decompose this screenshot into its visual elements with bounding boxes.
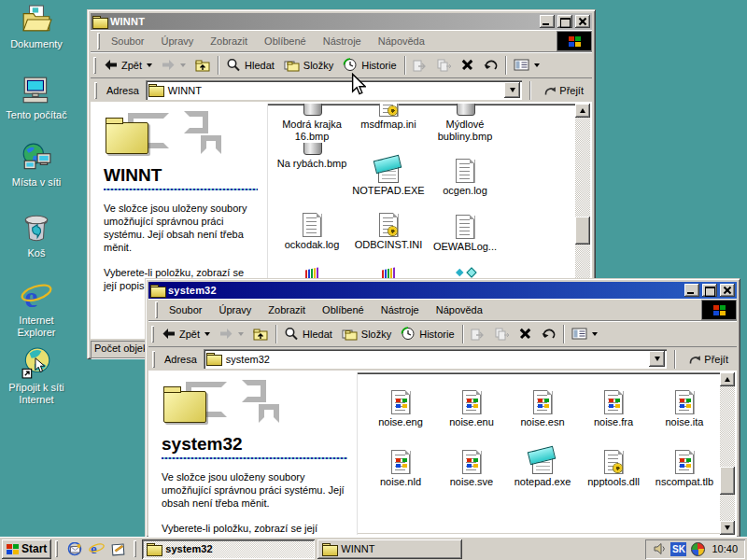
file-item[interactable]: noise.sve <box>436 443 507 488</box>
desktop-icon-my-computer[interactable]: Tento počítač <box>0 75 73 121</box>
up-button[interactable] <box>248 324 273 344</box>
history-button[interactable]: Historie <box>396 324 458 344</box>
file-item[interactable]: Mýdlové bubliny.bmp <box>427 104 503 143</box>
file-item[interactable]: noise.ita <box>649 384 720 428</box>
desktop-icon-documents[interactable]: Dokumenty <box>0 4 73 50</box>
folders-button[interactable]: Složky <box>337 324 396 344</box>
taskbar-clock[interactable]: 10:40 <box>710 543 738 554</box>
desktop-icon-connect-internet[interactable]: Připojit k síti Internet <box>0 347 73 406</box>
toolbar-grip[interactable] <box>151 326 154 343</box>
menu-napoveda[interactable]: Nápověda <box>428 302 491 317</box>
maximize-button[interactable] <box>557 15 572 28</box>
search-button[interactable]: Hledat <box>279 324 337 344</box>
undo-button[interactable] <box>478 55 502 76</box>
menu-zobrazit[interactable]: Zobrazit <box>202 34 256 49</box>
views-button[interactable] <box>509 55 544 76</box>
toolbar-grip[interactable] <box>155 301 158 318</box>
close-button[interactable] <box>575 15 590 28</box>
back-button[interactable]: Zpět <box>99 55 157 76</box>
file-item[interactable]: ODBCINST.INI <box>350 206 427 253</box>
menu-oblibene[interactable]: Oblíbené <box>256 34 315 49</box>
folders-button[interactable]: Složky <box>279 55 338 76</box>
scroll-thumb[interactable] <box>720 467 735 495</box>
desktop-icon-internet-explorer[interactable]: e Internet Explorer <box>0 280 73 339</box>
close-button[interactable] <box>720 284 735 297</box>
forward-dropdown-icon[interactable] <box>238 332 244 336</box>
menu-upravy[interactable]: Úpravy <box>210 302 260 317</box>
file-item[interactable]: msdfmap.ini <box>350 104 427 143</box>
file-item[interactable]: Modrá krajka 16.bmp <box>274 104 350 143</box>
toolbar-grip[interactable] <box>97 33 100 49</box>
back-dropdown-icon[interactable] <box>204 332 210 336</box>
views-dropdown-icon[interactable] <box>592 332 598 336</box>
menu-napoveda[interactable]: Nápověda <box>370 34 433 49</box>
desktop-icon-recycle-bin[interactable]: Koš <box>0 213 73 259</box>
file-item[interactable]: noise.esn <box>507 384 578 428</box>
file-item[interactable]: noise.eng <box>365 384 436 428</box>
menu-nastroje[interactable]: Nástroje <box>315 34 370 49</box>
volume-icon[interactable] <box>653 542 666 555</box>
copy-to-button[interactable] <box>490 324 514 344</box>
menu-oblibene[interactable]: Oblíbené <box>314 302 373 317</box>
undo-button[interactable] <box>536 324 560 344</box>
file-item[interactable]: nscompat.tlb <box>649 443 720 488</box>
views-button[interactable] <box>567 324 602 344</box>
toolbar-grip[interactable] <box>94 82 97 99</box>
taskbar-button-winnt[interactable]: WINNT <box>317 539 462 559</box>
scroll-up-button[interactable] <box>575 104 590 118</box>
file-item[interactable]: noise.fra <box>578 384 649 428</box>
file-item[interactable]: ockodak.log <box>274 206 350 253</box>
system32-scrollbar[interactable] <box>720 372 735 535</box>
minimize-button[interactable] <box>684 284 699 297</box>
scroll-down-button[interactable] <box>720 521 735 535</box>
copy-to-button[interactable] <box>432 55 457 76</box>
menu-zobrazit[interactable]: Zobrazit <box>260 302 314 317</box>
file-item[interactable]: NOTEPAD.EXE <box>350 152 427 197</box>
file-item[interactable]: noise.nld <box>365 443 436 488</box>
file-item[interactable]: ocgen.log <box>427 152 503 197</box>
search-button[interactable]: Hledat <box>221 55 279 76</box>
scroll-thumb[interactable] <box>575 217 590 245</box>
desktop-icon-network-places[interactable]: Místa v síti <box>0 142 73 189</box>
delete-button[interactable] <box>514 324 536 344</box>
scroll-track[interactable] <box>720 386 735 521</box>
scroll-up-button[interactable] <box>720 372 735 386</box>
tray-windows-ball-icon[interactable] <box>691 542 705 556</box>
keyboard-layout-indicator[interactable]: SK <box>670 542 686 556</box>
address-dropdown-button[interactable] <box>649 351 665 367</box>
menu-nastroje[interactable]: Nástroje <box>373 302 428 317</box>
address-input[interactable]: WINNT <box>146 80 522 100</box>
delete-button[interactable] <box>457 55 478 76</box>
menu-soubor[interactable]: Soubor <box>103 34 152 49</box>
quicklaunch-show-desktop[interactable] <box>108 540 128 558</box>
taskbar-button-system32[interactable]: system32 <box>142 539 315 559</box>
file-item[interactable]: Na rybách.bmp <box>274 143 350 197</box>
back-dropdown-icon[interactable] <box>147 63 152 67</box>
quicklaunch-internet-explorer[interactable]: e <box>87 540 106 558</box>
forward-dropdown-icon[interactable] <box>180 63 186 67</box>
go-button[interactable]: Přejít <box>538 84 589 96</box>
forward-button[interactable] <box>157 55 190 76</box>
menu-soubor[interactable]: Soubor <box>161 302 210 317</box>
file-item[interactable]: noise.enu <box>436 384 507 428</box>
toolbar-grip[interactable] <box>93 57 96 74</box>
move-to-button[interactable] <box>466 324 490 344</box>
go-button[interactable]: Přejít <box>683 353 734 365</box>
address-input[interactable]: system32 <box>204 349 667 369</box>
toolbar-grip[interactable] <box>152 351 155 368</box>
maximize-button[interactable] <box>702 284 717 297</box>
menu-upravy[interactable]: Úpravy <box>152 34 202 49</box>
quicklaunch-outlook-express[interactable] <box>65 540 85 558</box>
file-item[interactable]: OEWABLog... <box>427 208 503 253</box>
back-button[interactable]: Zpět <box>157 324 215 344</box>
system32-titlebar[interactable]: system32 <box>148 282 737 299</box>
taskbar-grip[interactable] <box>55 540 58 557</box>
file-item[interactable]: npptools.dll <box>578 443 649 488</box>
history-button[interactable]: Historie <box>338 55 401 76</box>
start-button[interactable]: Start <box>2 539 51 559</box>
forward-button[interactable] <box>215 324 248 344</box>
move-to-button[interactable] <box>408 55 432 76</box>
winnt-titlebar[interactable]: WINNT <box>91 13 592 30</box>
views-dropdown-icon[interactable] <box>534 63 540 67</box>
up-button[interactable] <box>190 55 215 76</box>
